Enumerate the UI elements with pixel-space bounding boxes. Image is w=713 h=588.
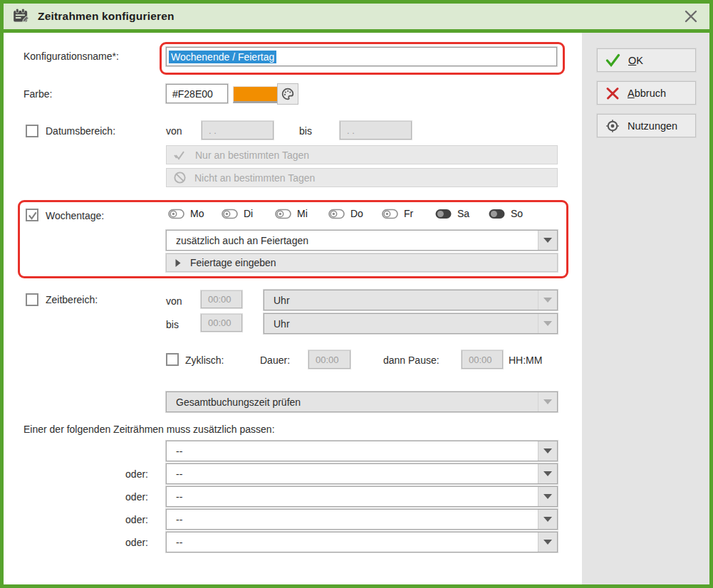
time-range-label: Zeitbereich: — [46, 294, 98, 305]
form-area: Konfigurationsname*: Wochenende / Feiert… — [4, 33, 582, 584]
toggle-so[interactable]: So — [489, 208, 542, 219]
weekdays-checkbox[interactable] — [26, 209, 38, 221]
weekdays-label: Wochentage: — [46, 210, 104, 221]
color-swatch[interactable] — [233, 86, 279, 103]
or-label: oder: — [105, 514, 148, 525]
additional-timeframe-dropdown-2[interactable]: -- — [166, 463, 558, 484]
toggle-off-icon — [382, 209, 398, 219]
additional-timeframe-dropdown-3[interactable]: -- — [166, 486, 558, 507]
dialog-zeitrahmen: Zeitrahmen konfigurieren Konfigurationsn… — [0, 0, 713, 588]
palette-icon — [280, 86, 296, 102]
pause-field: 00:00 — [462, 350, 503, 369]
titlebar: Zeitrahmen konfigurieren — [4, 4, 709, 33]
time-to-unit-dropdown: Uhr — [264, 313, 558, 334]
toggle-off-icon — [328, 209, 345, 219]
date-range-label: Datumsbereich: — [46, 125, 115, 137]
pause-label: dann Pause: — [383, 355, 439, 366]
close-icon — [683, 9, 699, 24]
date-range-checkbox[interactable] — [26, 125, 38, 137]
or-label: oder: — [105, 491, 148, 503]
toggle-sa[interactable]: Sa — [435, 208, 489, 219]
config-name-input[interactable]: Wochenende / Feiertag — [166, 47, 557, 66]
time-range-checkbox[interactable] — [26, 293, 38, 306]
cyclic-checkbox[interactable] — [166, 353, 179, 366]
toggle-fr[interactable]: Fr — [382, 208, 435, 219]
duration-field: 00:00 — [308, 350, 350, 369]
date-to-field: . . — [340, 121, 412, 140]
or-label: oder: — [105, 468, 148, 480]
additional-timeframe-dropdown-1[interactable]: -- — [166, 441, 558, 461]
dropdown-arrow-icon — [538, 392, 557, 411]
color-label: Farbe: — [24, 88, 52, 100]
dropdown-arrow-icon — [538, 290, 557, 310]
double-check-icon — [173, 149, 187, 162]
time-from-label: von — [166, 295, 182, 307]
only-on-days-button: Nur an bestimmten Tagen — [166, 145, 558, 164]
format-hint-label: HH:MM — [509, 355, 542, 366]
dialog-title: Zeitrahmen konfigurieren — [38, 10, 175, 23]
toggle-mo[interactable]: Mo — [168, 208, 222, 219]
selected-text: Wochenende / Feiertag — [169, 51, 276, 63]
toggle-di[interactable]: Di — [222, 208, 275, 219]
close-button[interactable] — [681, 6, 701, 26]
dropdown-arrow-icon — [538, 464, 557, 483]
holiday-mode-dropdown[interactable]: zusätzlich auch an Feiertagen — [166, 230, 558, 251]
target-icon — [605, 119, 620, 133]
cancel-button[interactable]: Abbruch — [597, 81, 696, 105]
button-sidebar: OK Abbruch Nutzungen — [582, 33, 709, 584]
time-from-unit-dropdown: Uhr — [264, 290, 558, 310]
additional-timeframes-label: Einer der folgenden Zeiträhmen muss zusä… — [24, 424, 275, 435]
toggle-on-icon — [435, 209, 452, 219]
check-icon — [605, 53, 620, 67]
dropdown-arrow-icon — [538, 314, 557, 333]
additional-timeframe-dropdown-5[interactable]: -- — [166, 532, 558, 552]
expand-right-icon — [175, 258, 182, 268]
color-picker-button[interactable] — [277, 83, 298, 105]
weekday-toggles: Mo Di Mi Do — [168, 208, 542, 219]
toggle-off-icon — [168, 209, 184, 219]
not-on-days-button: Nicht an bestimmten Tagen — [166, 168, 558, 187]
additional-timeframe-dropdown-4[interactable]: -- — [166, 509, 558, 530]
date-to-label: bis — [299, 125, 312, 137]
time-to-field: 00:00 — [201, 314, 242, 332]
booking-check-dropdown: Gesamtbuchungszeit prüfen — [166, 392, 558, 412]
toggle-do[interactable]: Do — [328, 208, 382, 219]
time-to-label: bis — [166, 319, 179, 330]
dropdown-arrow-icon — [538, 532, 557, 552]
cross-icon — [605, 86, 620, 100]
dropdown-arrow-icon — [538, 487, 557, 506]
dropdown-arrow-icon — [538, 231, 557, 250]
prohibition-icon — [173, 171, 187, 184]
time-from-field: 00:00 — [201, 290, 242, 308]
toggle-on-icon — [489, 209, 505, 219]
toggle-mi[interactable]: Mi — [275, 208, 328, 219]
edit-schedule-icon — [12, 7, 31, 26]
cyclic-label: Zyklisch: — [185, 355, 224, 366]
date-from-field: . . — [202, 121, 274, 140]
config-name-label: Konfigurationsname*: — [24, 51, 119, 62]
dropdown-arrow-icon — [538, 441, 557, 461]
date-from-label: von — [166, 125, 182, 137]
duration-label: Dauer: — [260, 355, 290, 366]
toggle-off-icon — [222, 209, 238, 219]
dropdown-arrow-icon — [538, 510, 557, 529]
usages-button[interactable]: Nutzungen — [597, 114, 696, 137]
checkmark-icon — [28, 211, 37, 220]
or-label: oder: — [105, 537, 148, 548]
ok-button[interactable]: OK — [597, 48, 696, 72]
color-hex-input[interactable]: #F28E00 — [166, 84, 228, 103]
toggle-off-icon — [275, 209, 291, 219]
enter-holidays-button[interactable]: Feiertage eingeben — [166, 253, 558, 272]
